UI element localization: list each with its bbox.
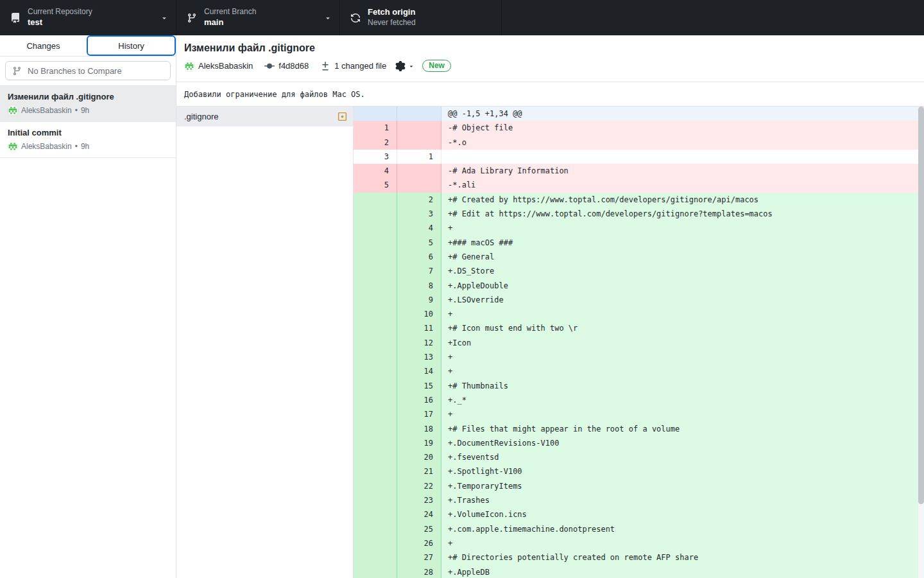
old-line-number <box>354 464 397 478</box>
diff-line-text: +# Directories potentially created on re… <box>441 550 924 565</box>
commit-list-item[interactable]: Изменили файл .gitignore AleksBabaskin •… <box>0 86 176 122</box>
new-line-number: 14 <box>397 364 441 378</box>
diff-line-text: +.fseventsd <box>441 450 924 464</box>
new-badge: New <box>422 60 451 72</box>
diff-row: 3 +# Edit at https://www.toptal.com/deve… <box>354 207 924 221</box>
diff-rows: @@ -1,5 +1,34 @@ 1 -# Object file 2 -*.o… <box>354 107 924 578</box>
diff-row: 28 +.AppleDB <box>354 565 924 578</box>
branch-compare-input[interactable]: No Branches to Compare <box>5 61 171 80</box>
diff-row: 21 +.Spotlight-V100 <box>354 464 924 478</box>
old-line-number <box>354 407 397 421</box>
diff-line-text: +Icon <box>441 336 924 350</box>
new-line-number: 27 <box>397 550 441 565</box>
new-line-number: 15 <box>397 379 441 393</box>
old-line-number <box>354 536 397 550</box>
diff-line-text: +._* <box>441 393 924 407</box>
old-line-number <box>354 422 397 436</box>
old-line-number <box>354 250 397 264</box>
toolbar: Current Repository test Current Branch m… <box>0 0 924 35</box>
git-commit-icon <box>264 61 275 71</box>
diff-line-text: +.Trashes <box>441 493 924 507</box>
gear-icon <box>395 61 406 71</box>
diff-line-text: +.AppleDouble <box>441 279 924 293</box>
diff-line-text: +# Files that might appear in the root o… <box>441 422 924 436</box>
old-line-number <box>354 193 397 207</box>
chevron-down-icon <box>324 14 332 22</box>
diff-line-text: +# Thumbnails <box>441 379 924 393</box>
old-line-number <box>354 393 397 407</box>
old-line-number <box>354 479 397 493</box>
fetch-origin-button[interactable]: Fetch origin Never fetched <box>340 0 502 35</box>
new-line-number: 7 <box>397 264 441 278</box>
old-line-number: 2 <box>354 136 397 150</box>
diff-line-text: + <box>441 221 924 235</box>
new-line-number: 24 <box>397 507 441 521</box>
meta-separator: • <box>75 142 78 151</box>
commit-options-button[interactable] <box>395 61 415 71</box>
current-branch-button[interactable]: Current Branch main <box>176 0 340 35</box>
old-line-number <box>354 379 397 393</box>
old-line-number <box>354 279 397 293</box>
diff-row: 7 +.DS_Store <box>354 264 924 278</box>
diff-line-text: +.VolumeIcon.icns <box>441 507 924 521</box>
new-line-number: 2 <box>397 193 441 207</box>
new-line-number: 5 <box>397 236 441 250</box>
new-line-number: 28 <box>397 565 441 578</box>
old-line-number: 5 <box>354 178 397 192</box>
diff-line-text: +# Created by https://www.toptal.com/dev… <box>441 193 924 207</box>
repo-icon <box>10 13 21 23</box>
diff-line-text: -# Ada Library Information <box>441 164 924 178</box>
old-line-number <box>354 436 397 450</box>
diff-line-text: + <box>441 364 924 378</box>
diff-line-text: +.DS_Store <box>441 264 924 278</box>
new-line-number: 26 <box>397 536 441 550</box>
old-line-number <box>354 550 397 565</box>
diff-row: 6 +# General <box>354 250 924 264</box>
new-line-number: 10 <box>397 307 441 321</box>
diff-line-text: + <box>441 350 924 364</box>
diff-row: 16 +._* <box>354 393 924 407</box>
old-line-number: 3 <box>354 150 397 164</box>
file-list-item[interactable]: .gitignore <box>176 107 353 127</box>
new-line-number: 20 <box>397 450 441 464</box>
current-branch-label: Current Branch <box>204 7 256 17</box>
tab-history[interactable]: History <box>87 35 176 56</box>
new-line-number <box>397 136 441 150</box>
diff-row: 3 1 <box>354 150 924 164</box>
fetch-origin-status: Never fetched <box>368 18 416 28</box>
commit-hash[interactable]: f4d8d68 <box>278 61 309 71</box>
fetch-origin-label: Fetch origin <box>368 7 416 18</box>
avatar <box>8 105 18 116</box>
diff-row: 15 +# Thumbnails <box>354 379 924 393</box>
diff-line-text: +# Edit at https://www.toptal.com/develo… <box>441 207 924 221</box>
diff-line-text: +.TemporaryItems <box>441 479 924 493</box>
diff-line-text: +### macOS ### <box>441 236 924 250</box>
scrollbar-thumb[interactable] <box>918 107 924 504</box>
diff-line-text: -*.o <box>441 136 924 150</box>
tab-changes[interactable]: Changes <box>0 35 87 56</box>
new-line-number <box>397 178 441 192</box>
commit-detail-panel: Изменили файл .gitignore AleksBabaskin f… <box>176 35 924 578</box>
new-line-number: 18 <box>397 422 441 436</box>
diff-row: 5 +### macOS ### <box>354 236 924 250</box>
diff-line-text: +.Spotlight-V100 <box>441 464 924 478</box>
diff-row: 4 + <box>354 221 924 235</box>
old-line-number <box>354 321 397 335</box>
commit-time: 9h <box>81 142 89 151</box>
old-line-number <box>354 450 397 464</box>
branch-compare-placeholder: No Branches to Compare <box>28 66 122 76</box>
old-line-number <box>354 264 397 278</box>
diff-row: 12 +Icon <box>354 336 924 350</box>
commit-title: Initial commit <box>8 128 168 137</box>
commit-list-item[interactable]: Initial commit AleksBabaskin • 9h <box>0 122 176 158</box>
diff-row: 5 -*.ali <box>354 178 924 192</box>
new-line-number: 9 <box>397 293 441 307</box>
commit-meta: AleksBabaskin • 9h <box>8 141 168 152</box>
diff-line-text: +# Icon must end with two \r <box>441 321 924 335</box>
new-line-number <box>397 121 441 135</box>
current-repository-button[interactable]: Current Repository test <box>0 0 176 35</box>
diff-line-text <box>441 150 924 164</box>
current-repository-label: Current Repository <box>28 7 92 17</box>
diff-line-text: -*.ali <box>441 178 924 192</box>
diff-line-text: +.AppleDB <box>441 565 924 578</box>
